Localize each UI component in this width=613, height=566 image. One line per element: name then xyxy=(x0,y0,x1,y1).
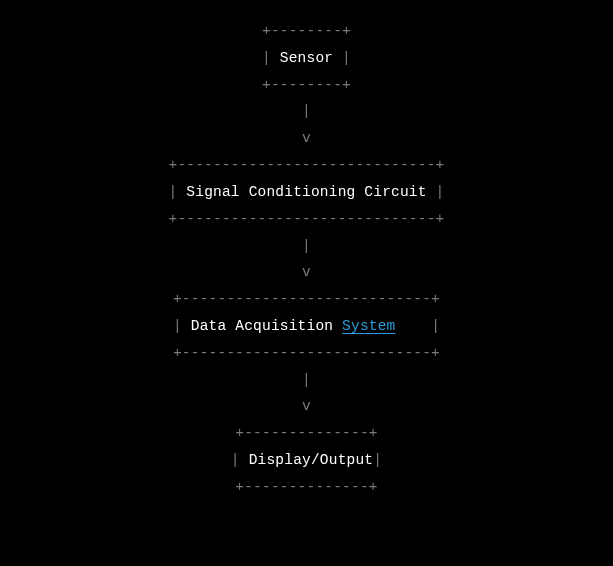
box3-label-pad xyxy=(396,318,423,334)
arrow2-head: v xyxy=(302,264,311,280)
box2-border-bot: +-----------------------------+ xyxy=(169,211,445,227)
box4-border-bot: +--------------+ xyxy=(235,479,377,495)
arrow1-head: v xyxy=(302,130,311,146)
box1-border-top: +--------+ xyxy=(262,23,351,39)
arrow3-head: v xyxy=(302,398,311,414)
box3-side-l: | xyxy=(173,318,182,334)
arrow2-pipe: | xyxy=(302,238,311,254)
arrow3-pipe: | xyxy=(302,372,311,388)
box1-border-bot: +--------+ xyxy=(262,77,351,93)
box3-label-link[interactable]: System xyxy=(342,318,395,334)
box1-side-l: | xyxy=(262,50,271,66)
box1-label: Sensor xyxy=(280,50,333,66)
flowchart-diagram: +--------+ | Sensor | +--------+ | v +--… xyxy=(0,18,613,501)
box4-side-l: | xyxy=(231,452,240,468)
box3-label-pre: Data Acquisition xyxy=(191,318,342,334)
box2-side-l: | xyxy=(169,184,178,200)
arrow1-pipe: | xyxy=(302,103,311,119)
box3-side-r: | xyxy=(431,318,440,334)
box1-side-r: | xyxy=(342,50,351,66)
box3-border-bot: +----------------------------+ xyxy=(173,345,440,361)
box3-border-top: +----------------------------+ xyxy=(173,291,440,307)
box2-border-top: +-----------------------------+ xyxy=(169,157,445,173)
box2-label: Signal Conditioning Circuit xyxy=(186,184,426,200)
box4-side-r: | xyxy=(373,452,382,468)
box4-label: Display/Output xyxy=(249,452,374,468)
box2-side-r: | xyxy=(436,184,445,200)
box4-border-top: +--------------+ xyxy=(235,425,377,441)
